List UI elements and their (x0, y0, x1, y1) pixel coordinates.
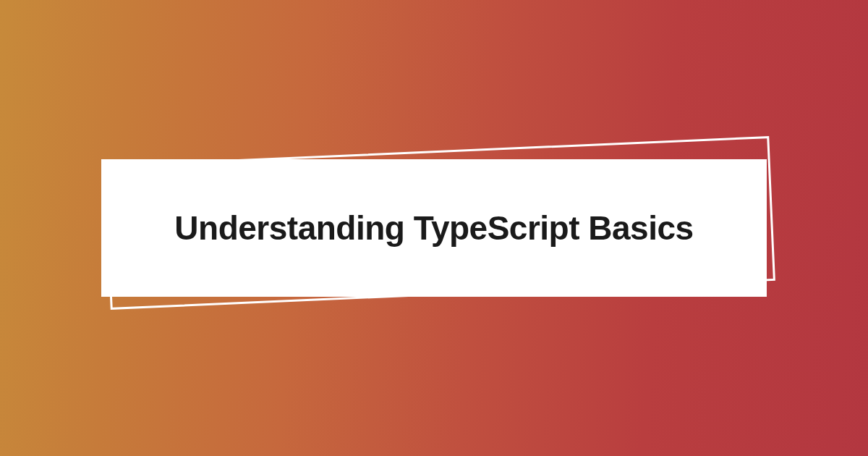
title-wrapper: Understanding TypeScript Basics (101, 159, 767, 297)
page-title: Understanding TypeScript Basics (174, 208, 693, 248)
title-card: Understanding TypeScript Basics (101, 159, 767, 297)
hero-banner: Understanding TypeScript Basics (0, 0, 868, 456)
